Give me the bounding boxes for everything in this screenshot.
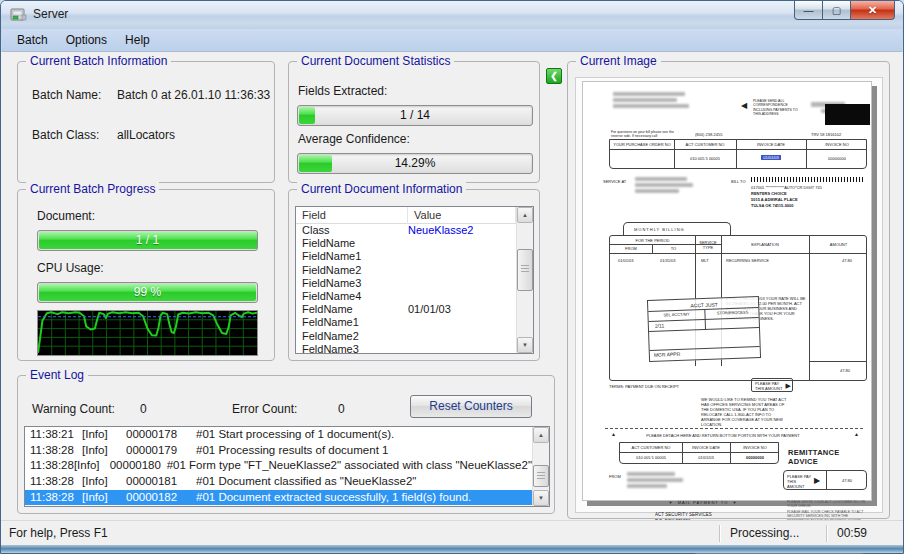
event-log-scrollbar[interactable]: ▲ ▼	[532, 427, 549, 506]
event-log-list[interactable]: 11:38:21[Info]00000178#01 Start processi…	[24, 426, 550, 507]
table-row[interactable]: FeldName3	[296, 343, 516, 353]
questions-note: For questions on your bill please see th…	[611, 130, 677, 139]
event-log-entry[interactable]: 11:38:28[Info]00000181#01 Document class…	[25, 474, 532, 490]
scroll-up-icon[interactable]: ▲	[517, 207, 533, 223]
stamp-signature: 2/11	[655, 322, 665, 329]
menu-options[interactable]: Options	[57, 30, 116, 50]
table-row[interactable]: FieldName	[296, 237, 516, 250]
bill-line-1: RENTERS CHOICE	[751, 191, 787, 196]
ocr-line: 017001 ************AUTO*CR DIGIT 741	[751, 185, 822, 190]
log-message: #01 Document classified as "NeueKlasse2"	[196, 474, 416, 490]
error-count-value: 0	[338, 402, 345, 416]
log-message: #01 Form type "FT_NeueKlasse2" associate…	[167, 458, 532, 474]
event-log-entry[interactable]: 11:38:28[Info]00000180#01 Form type "FT_…	[25, 458, 532, 474]
cpu-usage-progressbar: 99 %	[37, 282, 258, 303]
invoice-date-header: INVOICE DATE	[736, 142, 806, 147]
event-log-entry[interactable]: 11:38:28[Info]00000182#01 Document extra…	[25, 490, 532, 506]
field-name-cell: FeldName1	[296, 316, 408, 329]
remit-v1: 010 005 5 00005	[620, 455, 682, 460]
remit-h2: INVOICE DATE	[682, 445, 730, 450]
event-log-entry[interactable]: 11:38:21[Info]00000178#01 Start processi…	[25, 427, 532, 443]
field-value-cell	[408, 290, 516, 303]
current-document-information-group: Current Document Information Field Value…	[288, 189, 540, 361]
remit-table: ACT CUSTOMER NO INVOICE DATE INVOICE NO …	[619, 442, 779, 464]
field-name-cell: FieldName1	[296, 250, 408, 263]
table-row[interactable]: FeldName01/01/03	[296, 303, 516, 316]
event-log-entry[interactable]: 11:38:28[Info]00000179#01 Processing res…	[25, 443, 532, 459]
customer-no-header: ACT CUSTOMER NO	[674, 142, 736, 147]
event-log-rows: 11:38:21[Info]00000178#01 Start processi…	[25, 427, 532, 506]
event-log-scroll-thumb[interactable]	[533, 465, 549, 487]
right-triangle-icon: ▶	[786, 382, 791, 391]
field-table-scrollbar[interactable]: ▲ ▼	[516, 207, 533, 353]
menu-batch[interactable]: Batch	[8, 30, 57, 50]
log-ll: [Info]	[82, 490, 126, 506]
remit-pay-box: PLEASE PAY THIS AMOUNT ▶ 47.80	[783, 470, 867, 490]
table-row[interactable]: FeldName1	[296, 316, 516, 329]
up-triangle-mark: ▲	[854, 431, 859, 437]
table-row[interactable]: FeldName2	[296, 330, 516, 343]
scroll-down-icon[interactable]: ▼	[517, 337, 533, 353]
field-value-table[interactable]: Field Value ClassNeueKlasse2FieldNameFie…	[295, 206, 534, 354]
field-table-header: Field Value	[296, 207, 516, 224]
field-name-cell: FieldName4	[296, 290, 408, 303]
current-document-information-title: Current Document Information	[297, 182, 466, 196]
maximize-button[interactable]: ▢	[822, 1, 851, 20]
event-log-group: Event Log Warning Count: 0 Error Count: …	[17, 375, 555, 514]
customer-no-value: 010 005 5 00005	[674, 156, 736, 161]
event-log-title: Event Log	[26, 368, 88, 382]
remind-paragraph: WE WOULD LIKE TO REMIND YOU THAT ACT HAS…	[701, 397, 791, 427]
field-table-body: ClassNeueKlasse2FieldNameFieldName1Field…	[296, 224, 516, 353]
field-column-header[interactable]: Field	[296, 207, 408, 224]
remit-h3: INVOICE NO	[730, 445, 780, 450]
phone-number: (800) 238-2455	[695, 132, 722, 137]
explanation-header: EXPLANATION	[721, 242, 809, 247]
title-bar[interactable]: Server — ▢ ✕	[1, 1, 903, 29]
stamp-cell-2: STOR/PROCESS	[704, 309, 760, 316]
client-area: Current Batch Information Batch Name: Ba…	[1, 52, 903, 520]
field-value-cell	[408, 237, 516, 250]
scroll-down-icon[interactable]: ▼	[533, 490, 549, 506]
status-help-text: For help, Press F1	[1, 526, 719, 540]
field-name-cell: FieldName	[296, 237, 408, 250]
row-explanation: RECURRING SERVICE	[726, 258, 769, 263]
fields-extracted-label: Fields Extracted:	[298, 84, 387, 98]
current-batch-progress-group: Current Batch Progress Document: 1 / 1 C…	[17, 189, 275, 361]
minimize-icon: —	[804, 5, 814, 16]
table-row[interactable]: FieldName4	[296, 290, 516, 303]
reset-counters-button[interactable]: Reset Counters	[410, 395, 532, 418]
black-block	[825, 104, 870, 125]
current-batch-information-title: Current Batch Information	[26, 54, 171, 68]
ocr-mark-line	[751, 177, 863, 182]
menu-help[interactable]: Help	[116, 30, 159, 50]
log-lid: 00000181	[126, 474, 196, 490]
field-table-scroll-thumb[interactable]	[517, 249, 533, 291]
table-row[interactable]: FieldName1	[296, 250, 516, 263]
mail-payment-to: ▼ MAIL PAYMENT TO ▼	[643, 500, 763, 505]
scroll-up-icon[interactable]: ▲	[533, 427, 549, 443]
average-confidence-label: Average Confidence:	[298, 132, 410, 146]
collapse-image-panel-button[interactable]: ❮	[546, 68, 562, 84]
log-lt: 11:38:28	[30, 443, 82, 459]
monthly-billing-label: MONTHLY BILLING	[634, 227, 685, 232]
table-row[interactable]: ClassNeueKlasse2	[296, 224, 516, 237]
log-lid: 00000178	[126, 427, 196, 443]
screen: Server — ▢ ✕ Batch Options Help Current …	[0, 0, 904, 554]
field-value-cell	[408, 316, 516, 329]
table-row[interactable]: FieldName3	[296, 277, 516, 290]
field-name-cell: Class	[296, 224, 408, 237]
pay-this-box: PLEASE PAY THIS AMOUNT ▶	[751, 378, 793, 392]
billing-table: FOR THE PERIOD FROM TO SERVICE TYPE EXPL…	[609, 235, 867, 381]
document-progress-label: Document:	[37, 209, 95, 223]
document-image-viewer: ◀ PLEASE SEND ALL CORRESPONDENCE INCLUDI…	[575, 77, 883, 513]
value-column-header[interactable]: Value	[408, 207, 516, 224]
collapse-left-icon: ❮	[550, 71, 558, 81]
close-button[interactable]: ✕	[850, 1, 895, 20]
send-note-text: PLEASE SEND ALL CORRESPONDENCE INCLUDING…	[753, 99, 805, 117]
minimize-button[interactable]: —	[794, 1, 823, 20]
table-row[interactable]: FieldName2	[296, 264, 516, 277]
bill-line-3: TULSA OK 74115-0000	[751, 203, 794, 208]
down-triangle-icon: ▼	[669, 500, 674, 505]
status-bar: For help, Press F1 Processing... 00:59	[1, 520, 903, 545]
remit-pay-label: PLEASE PAY THIS AMOUNT	[787, 474, 813, 489]
